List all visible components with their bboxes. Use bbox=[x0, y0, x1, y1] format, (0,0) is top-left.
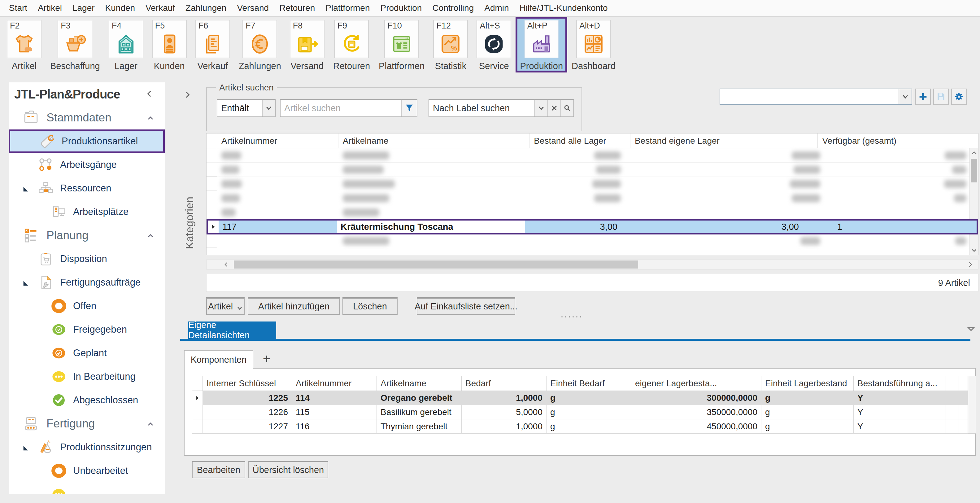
menu-item-artikel[interactable]: Artikel bbox=[32, 0, 67, 16]
sidebar-item-planung[interactable]: Planung bbox=[9, 224, 165, 247]
tab-eigene-detailansichten[interactable]: Eigene Detailansichten bbox=[188, 322, 276, 339]
article-table-header[interactable]: ArtikelnummerArtikelnameBestand alle Lag… bbox=[207, 134, 978, 148]
label-search-combo[interactable]: Nach Label suchen bbox=[428, 99, 574, 117]
add-view-button[interactable] bbox=[915, 89, 931, 105]
component-row-116[interactable]: 1227116Thymian gerebelt1,0000g450000,000… bbox=[192, 419, 968, 434]
sidebar-item-produktionsartikel[interactable]: Produktionsartikel bbox=[9, 129, 165, 153]
sidebar-item-fertigung[interactable]: Fertigung bbox=[9, 412, 165, 436]
sidebar-item-unbearbeitet[interactable]: Unbearbeitet bbox=[9, 459, 165, 482]
search-icon[interactable] bbox=[560, 100, 573, 116]
sidebar-item-arbeitsplaetze[interactable]: Arbeitsplätze bbox=[9, 200, 165, 224]
menu-item-verkauf[interactable]: Verkauf bbox=[140, 0, 180, 16]
save-view-button[interactable] bbox=[933, 89, 949, 105]
toolbar-button-dashboard[interactable]: Alt+DDashboard bbox=[568, 18, 619, 72]
menu-item-hilfe-jtl-kundenkonto[interactable]: Hilfe/JTL-Kundenkonto bbox=[514, 0, 613, 16]
filter-icon[interactable] bbox=[401, 100, 417, 116]
toolbar-button-zahlungen[interactable]: F7Zahlungen bbox=[235, 18, 285, 72]
scroll-right-icon[interactable] bbox=[964, 260, 976, 269]
toolbar-button-plattformen[interactable]: F10Plattformen bbox=[375, 18, 428, 72]
table-row-blurred[interactable] bbox=[207, 191, 978, 205]
sidebar-item-fertigungsauftraege[interactable]: Fertigungsaufträge bbox=[9, 271, 165, 294]
article-search-input[interactable] bbox=[280, 103, 401, 113]
table-row-blurred[interactable] bbox=[207, 162, 978, 177]
menu-item-kunden[interactable]: Kunden bbox=[100, 0, 141, 16]
clear-icon[interactable] bbox=[547, 100, 560, 116]
column-header-einheit-lagerbestand[interactable]: Einheit Lagerbestand bbox=[761, 376, 854, 391]
column-header-bedarf[interactable]: Bedarf bbox=[462, 376, 547, 391]
column-header-einheit-bedarf[interactable]: Einheit Bedarf bbox=[547, 376, 632, 391]
toolbar-button-produktion[interactable]: Alt+PProduktion bbox=[516, 18, 566, 72]
chevron-down-icon[interactable] bbox=[262, 100, 275, 116]
toolbar-button-lager[interactable]: F4Lager bbox=[105, 18, 147, 72]
artikel-button[interactable]: Artikel bbox=[206, 297, 245, 315]
column-header-bestand-eigene-lager[interactable]: Bestand eigene Lager bbox=[630, 134, 818, 148]
section-collapse-icon[interactable] bbox=[147, 115, 154, 122]
table-row-blurred[interactable] bbox=[207, 177, 978, 191]
toolbar-button-beschaffung[interactable]: F3Beschaffung bbox=[46, 18, 104, 72]
column-header-bestand-alle-lager[interactable]: Bestand alle Lager bbox=[530, 134, 630, 148]
toolbar-button-verkauf[interactable]: F6Verkauf bbox=[192, 18, 234, 72]
tree-expander-icon[interactable] bbox=[22, 279, 29, 286]
toolbar-button-statistik[interactable]: F12%Statistik bbox=[430, 18, 472, 72]
section-collapse-icon[interactable] bbox=[147, 420, 154, 428]
column-header-selector[interactable] bbox=[207, 134, 217, 148]
loeschen-button[interactable]: Löschen bbox=[342, 297, 398, 315]
auf-einkaufsliste-setzen--button[interactable]: Auf Einkaufsliste setzen... bbox=[417, 297, 515, 315]
chevron-down-icon[interactable] bbox=[899, 89, 912, 104]
toolbar-button-service[interactable]: Alt+SService bbox=[473, 18, 515, 72]
menu-item-produktion[interactable]: Produktion bbox=[375, 0, 427, 16]
sidebar-item-in-bearbeitung[interactable]: In Bearbeitung bbox=[9, 365, 165, 388]
toolbar-button-retouren[interactable]: F9Retouren bbox=[329, 18, 374, 72]
menu-item-versand[interactable]: Versand bbox=[232, 0, 274, 16]
column-header-artikelnummer[interactable]: Artikelnummer bbox=[217, 134, 339, 148]
sidebar-item-disposition[interactable]: Disposition bbox=[9, 247, 165, 271]
scroll-left-icon[interactable] bbox=[220, 260, 232, 269]
sidebar-item-offen[interactable]: Offen bbox=[9, 294, 165, 318]
menu-item-lager[interactable]: Lager bbox=[67, 0, 100, 16]
add-tab-button[interactable]: + bbox=[259, 351, 274, 367]
categories-tab[interactable]: Kategorien bbox=[180, 136, 199, 310]
chevron-down-icon[interactable] bbox=[535, 100, 547, 116]
column-header-interner-schluessel[interactable]: Interner Schlüssel bbox=[203, 376, 292, 391]
artikel-hinzufuegen-button[interactable]: Artikel hinzufügen bbox=[248, 297, 340, 315]
menu-item-plattformen[interactable]: Plattformen bbox=[320, 0, 375, 16]
sidebar-item-ressourcen[interactable]: Ressourcen bbox=[9, 177, 165, 200]
menu-item-retouren[interactable]: Retouren bbox=[274, 0, 320, 16]
tree-expander-icon[interactable] bbox=[22, 185, 29, 192]
categories-expand-button[interactable] bbox=[181, 88, 194, 102]
table-row-blurred[interactable] bbox=[207, 205, 978, 220]
table-row-blurred[interactable] bbox=[207, 234, 978, 248]
menu-item-admin[interactable]: Admin bbox=[479, 0, 514, 16]
toolbar-button-kunden[interactable]: F5Kunden bbox=[148, 18, 191, 72]
column-header-bestandsfuehrung-a-[interactable]: Bestandsführung a... bbox=[854, 376, 946, 391]
toolbar-button-versand[interactable]: F8Versand bbox=[286, 18, 328, 72]
column-header-eigener-lagerbesta-[interactable]: eigener Lagerbesta... bbox=[632, 376, 761, 391]
sidebar-item-geplant[interactable]: Geplant bbox=[9, 341, 165, 365]
sidebar-item-stammdaten[interactable]: Stammdaten bbox=[9, 106, 165, 129]
section-collapse-icon[interactable] bbox=[147, 232, 154, 240]
article-table-vscrollbar[interactable] bbox=[969, 148, 978, 255]
column-header-selector[interactable] bbox=[192, 376, 203, 391]
column-header-selector[interactable] bbox=[946, 376, 959, 391]
column-header-artikelname[interactable]: Artikelname bbox=[377, 376, 462, 391]
sidebar-item-freigegeben[interactable]: Freigegeben bbox=[9, 318, 165, 341]
splitter-handle[interactable] bbox=[554, 315, 588, 318]
match-mode-select[interactable]: Enthält bbox=[217, 99, 275, 117]
menu-item-zahlungen[interactable]: Zahlungen bbox=[180, 0, 232, 16]
bearbeiten-button[interactable]: Bearbeiten bbox=[192, 461, 245, 478]
table-row-selected[interactable]: 117Kräutermischung Toscana3,003,001 bbox=[207, 219, 978, 234]
hscroll-thumb[interactable] bbox=[234, 261, 638, 269]
gear-icon[interactable] bbox=[951, 89, 967, 105]
toolbar-button-artikel[interactable]: F2Artikel bbox=[3, 18, 45, 72]
column-header-artikelnummer[interactable]: Artikelnummer bbox=[292, 376, 377, 391]
component-row-115[interactable]: 1226115Basilikum gerebelt5,0000g350000,0… bbox=[192, 405, 968, 419]
detail-collapse-icon[interactable] bbox=[966, 323, 977, 334]
sidebar-collapse-icon[interactable] bbox=[146, 90, 154, 98]
components-table-vscrollbar[interactable] bbox=[968, 376, 976, 434]
component-row-114[interactable]: 1225114Oregano gerebelt1,0000g300000,000… bbox=[192, 391, 968, 405]
sidebar-item-abgeschlossen[interactable]: Abgeschlossen bbox=[9, 388, 165, 412]
sidebar-item-produktionssitzungen[interactable]: Produktionssitzungen bbox=[9, 436, 165, 459]
components-table-header[interactable]: Interner SchlüsselArtikelnummerArtikelna… bbox=[192, 376, 968, 391]
scroll-up-icon[interactable] bbox=[970, 148, 978, 158]
view-preset-combo[interactable] bbox=[720, 89, 912, 105]
